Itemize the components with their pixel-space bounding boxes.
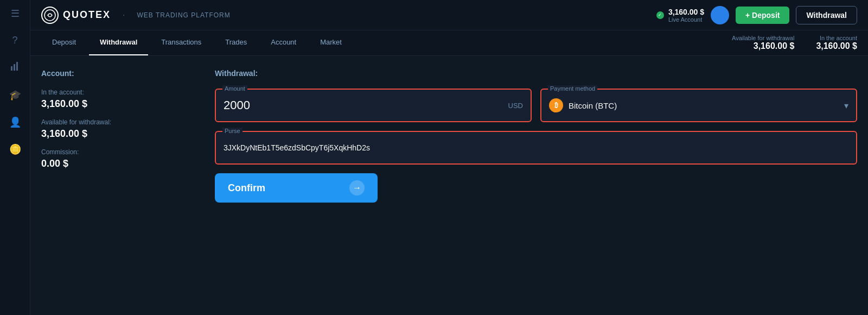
avatar-button[interactable] [711, 6, 729, 24]
purse-input[interactable] [224, 143, 848, 152]
nav-tabs: Deposit Withdrawal Transactions Trades A… [30, 30, 363, 55]
purse-label: Purse [222, 128, 242, 134]
in-account-field: In the account: 3,160.00 $ [41, 89, 193, 110]
svg-rect-0 [11, 66, 12, 71]
chart-icon[interactable] [10, 61, 20, 74]
amount-input[interactable] [224, 98, 504, 112]
svg-rect-1 [14, 64, 15, 71]
available-field-value: 3,160.00 $ [41, 128, 193, 140]
profile-icon[interactable]: 👤 [9, 116, 21, 128]
amount-label: Amount [222, 85, 247, 92]
in-account-label: In the account [816, 35, 857, 41]
right-panel-title: Withdrawal: [215, 69, 857, 78]
topbar-right: 3,160.00 $ Live Account + Deposit Withdr… [656, 6, 857, 24]
topbar: QUOTEX · WEB TRADING PLATFORM 3,160.00 $… [30, 0, 868, 30]
in-account-value: 3,160.00 $ [816, 41, 857, 51]
amount-wrapper: Amount USD [215, 89, 532, 122]
tab-transactions[interactable]: Transactions [150, 30, 212, 55]
bitcoin-icon: ₿ [549, 98, 563, 112]
sidebar: ☰ ? 🎓 👤 🪙 [0, 0, 30, 315]
page-body: Account: In the account: 3,160.00 $ Avai… [30, 56, 868, 315]
right-panel: Withdrawal: Amount USD Payment method ₿ [215, 69, 857, 302]
commission-field: Commission: 0.00 $ [41, 148, 193, 169]
available-value: 3,160.00 $ [732, 41, 794, 51]
menu-icon[interactable]: ☰ [11, 8, 20, 20]
account-status [656, 11, 664, 19]
account-info: 3,160.00 $ Live Account [656, 8, 704, 23]
tab-trades[interactable]: Trades [214, 30, 258, 55]
payment-group: Payment method ₿ Bitcoin (BTC) ▾ [540, 89, 857, 122]
confirm-arrow-icon: → [349, 180, 365, 196]
tab-account[interactable]: Account [260, 30, 307, 55]
purse-wrapper: Purse [215, 131, 857, 165]
logo-icon [41, 7, 59, 24]
coins-icon[interactable]: 🪙 [9, 143, 21, 155]
available-field: Available for withdrawal: 3,160.00 $ [41, 118, 193, 140]
purse-group: Purse [215, 131, 857, 165]
svg-rect-2 [16, 62, 18, 71]
tab-deposit[interactable]: Deposit [41, 30, 87, 55]
amount-currency: USD [508, 102, 523, 110]
help-icon[interactable]: ? [12, 35, 17, 46]
logo: QUOTEX [41, 7, 111, 24]
available-for-withdrawal: Available for withdrawal 3,160.00 $ [732, 35, 794, 51]
left-panel-title: Account: [41, 69, 193, 78]
account-balance-info: 3,160.00 $ Live Account [668, 8, 704, 23]
commission-field-value: 0.00 $ [41, 158, 193, 169]
purse-row: Purse [215, 131, 857, 165]
logo-text: QUOTEX [63, 9, 111, 21]
payment-name: Bitcoin (BTC) [569, 101, 844, 110]
platform-subtitle: WEB TRADING PLATFORM [137, 11, 230, 19]
tab-withdrawal[interactable]: Withdrawal [89, 30, 148, 55]
amount-group: Amount USD [215, 89, 532, 122]
in-the-account: In the account 3,160.00 $ [816, 35, 857, 51]
available-label: Available for withdrawal [732, 35, 794, 41]
confirm-label: Confirm [228, 182, 265, 194]
confirm-button[interactable]: Confirm → [215, 173, 378, 203]
svg-point-3 [44, 10, 55, 21]
nav-row: Deposit Withdrawal Transactions Trades A… [30, 30, 868, 56]
payment-method-label: Payment method [548, 85, 597, 92]
withdrawal-button[interactable]: Withdrawal [796, 6, 857, 24]
tab-market[interactable]: Market [309, 30, 353, 55]
commission-field-label: Commission: [41, 148, 193, 156]
payment-wrapper[interactable]: Payment method ₿ Bitcoin (BTC) ▾ [540, 89, 857, 122]
header-account-info: Available for withdrawal 3,160.00 $ In t… [732, 30, 868, 55]
chevron-down-icon: ▾ [844, 100, 848, 111]
available-field-label: Available for withdrawal: [41, 118, 193, 126]
deposit-button[interactable]: + Deposit [736, 7, 789, 24]
education-icon[interactable]: 🎓 [9, 89, 21, 101]
left-panel: Account: In the account: 3,160.00 $ Avai… [41, 69, 193, 302]
status-dot [656, 11, 664, 19]
topbar-divider: · [123, 10, 125, 20]
in-account-field-value: 3,160.00 $ [41, 98, 193, 110]
main-area: QUOTEX · WEB TRADING PLATFORM 3,160.00 $… [30, 0, 868, 315]
amount-payment-row: Amount USD Payment method ₿ Bitcoin (BTC… [215, 89, 857, 122]
in-account-field-label: In the account: [41, 89, 193, 96]
topbar-account-type: Live Account [668, 16, 704, 23]
topbar-balance: 3,160.00 $ [668, 8, 704, 16]
